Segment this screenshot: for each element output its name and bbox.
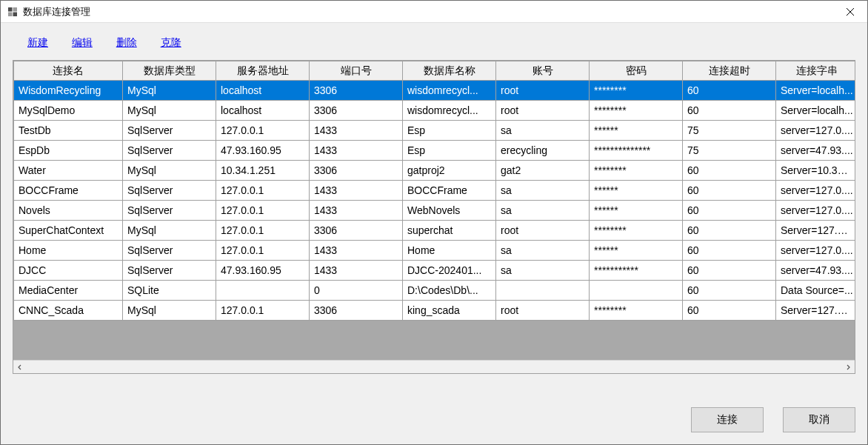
table-row[interactable]: MediaCenterSQLite0D:\Codes\Db\...60Data …	[14, 281, 855, 301]
cell-password[interactable]: ********	[590, 161, 683, 181]
cell-name[interactable]: Novels	[14, 201, 123, 221]
cell-password[interactable]: ******	[590, 201, 683, 221]
col-dbtype[interactable]: 数据库类型	[123, 61, 216, 81]
col-timeout[interactable]: 连接超时	[683, 61, 776, 81]
cell-port[interactable]: 0	[310, 281, 403, 301]
cell-password[interactable]: ********	[590, 221, 683, 241]
table-row[interactable]: MySqlDemoMySqllocalhost3306wisdomrecycl.…	[14, 101, 855, 121]
cell-name[interactable]: TestDb	[14, 121, 123, 141]
cell-connstr[interactable]: Data Source=...	[776, 281, 855, 301]
cell-connstr[interactable]: server=127.0....	[776, 121, 855, 141]
table-row[interactable]: WisdomRecyclingMySqllocalhost3306wisdomr…	[14, 81, 855, 101]
table-row[interactable]: NovelsSqlServer127.0.0.11433WebNovelssa*…	[14, 201, 855, 221]
cell-connstr[interactable]: Server=127.0....	[776, 221, 855, 241]
cell-connstr[interactable]: Server=localh...	[776, 81, 855, 101]
horizontal-scrollbar[interactable]	[13, 360, 855, 373]
cell-dbtype[interactable]: MySql	[123, 81, 216, 101]
cell-timeout[interactable]: 60	[683, 181, 776, 201]
cell-port[interactable]: 3306	[310, 301, 403, 321]
close-button[interactable]	[833, 1, 867, 23]
cell-timeout[interactable]: 60	[683, 301, 776, 321]
cell-port[interactable]: 1433	[310, 241, 403, 261]
cell-connstr[interactable]: Server=10.34....	[776, 161, 855, 181]
cell-dbname[interactable]: WebNovels	[403, 201, 496, 221]
cell-server[interactable]: 47.93.160.95	[216, 261, 310, 281]
cell-dbname[interactable]: D:\Codes\Db\...	[403, 281, 496, 301]
cell-dbtype[interactable]: MySql	[123, 161, 216, 181]
clone-link[interactable]: 克隆	[161, 36, 181, 48]
cell-server[interactable]: 127.0.0.1	[216, 221, 310, 241]
col-server[interactable]: 服务器地址	[216, 61, 310, 81]
scroll-left-icon[interactable]	[13, 361, 27, 374]
cell-port[interactable]: 1433	[310, 121, 403, 141]
cell-timeout[interactable]: 60	[683, 201, 776, 221]
cell-port[interactable]: 1433	[310, 181, 403, 201]
cell-password[interactable]: ******	[590, 181, 683, 201]
cell-server[interactable]: 127.0.0.1	[216, 181, 310, 201]
cell-dbname[interactable]: king_scada	[403, 301, 496, 321]
cell-port[interactable]: 3306	[310, 101, 403, 121]
cell-dbtype[interactable]: SQLite	[123, 281, 216, 301]
col-dbname[interactable]: 数据库名称	[403, 61, 496, 81]
cell-dbname[interactable]: wisdomrecycl...	[403, 81, 496, 101]
table-row[interactable]: EspDbSqlServer47.93.160.951433Esperecycl…	[14, 141, 855, 161]
cell-connstr[interactable]: server=47.93....	[776, 261, 855, 281]
cell-name[interactable]: MySqlDemo	[14, 101, 123, 121]
connect-button[interactable]: 连接	[691, 407, 764, 432]
cell-dbtype[interactable]: SqlServer	[123, 241, 216, 261]
cell-connstr[interactable]: Server=localh...	[776, 101, 855, 121]
cell-password[interactable]	[590, 281, 683, 301]
cell-password[interactable]: ******	[590, 121, 683, 141]
cell-dbname[interactable]: superchat	[403, 221, 496, 241]
col-connstr[interactable]: 连接字串	[776, 61, 855, 81]
cell-user[interactable]	[496, 281, 590, 301]
table-row[interactable]: DJCCSqlServer47.93.160.951433DJCC-202401…	[14, 261, 855, 281]
cell-name[interactable]: DJCC	[14, 261, 123, 281]
cell-timeout[interactable]: 60	[683, 221, 776, 241]
cell-password[interactable]: ******	[590, 241, 683, 261]
cell-port[interactable]: 3306	[310, 161, 403, 181]
cell-port[interactable]: 1433	[310, 201, 403, 221]
col-user[interactable]: 账号	[496, 61, 590, 81]
cell-name[interactable]: BOCCFrame	[14, 181, 123, 201]
cell-dbtype[interactable]: SqlServer	[123, 201, 216, 221]
cell-server[interactable]: 127.0.0.1	[216, 301, 310, 321]
cell-dbname[interactable]: Home	[403, 241, 496, 261]
cell-dbtype[interactable]: MySql	[123, 301, 216, 321]
cell-connstr[interactable]: Server=127.0....	[776, 301, 855, 321]
cell-user[interactable]: sa	[496, 261, 590, 281]
cell-dbname[interactable]: DJCC-202401...	[403, 261, 496, 281]
new-link[interactable]: 新建	[27, 36, 48, 48]
cell-user[interactable]: sa	[496, 241, 590, 261]
data-grid[interactable]: 连接名 数据库类型 服务器地址 端口号 数据库名称 账号 密码 连接超时 连接字…	[13, 61, 855, 321]
table-row[interactable]: SuperChatContextMySql127.0.0.13306superc…	[14, 221, 855, 241]
table-row[interactable]: WaterMySql10.34.1.2513306gatproj2gat2***…	[14, 161, 855, 181]
cell-name[interactable]: Home	[14, 241, 123, 261]
cell-user[interactable]: root	[496, 81, 590, 101]
cell-password[interactable]: ***********	[590, 261, 683, 281]
cell-timeout[interactable]: 75	[683, 121, 776, 141]
cell-dbname[interactable]: BOCCFrame	[403, 181, 496, 201]
cell-timeout[interactable]: 60	[683, 281, 776, 301]
cell-connstr[interactable]: server=127.0....	[776, 241, 855, 261]
cell-dbtype[interactable]: SqlServer	[123, 261, 216, 281]
cell-name[interactable]: MediaCenter	[14, 281, 123, 301]
cell-server[interactable]: 127.0.0.1	[216, 241, 310, 261]
table-row[interactable]: CNNC_ScadaMySql127.0.0.13306king_scadaro…	[14, 301, 855, 321]
cell-timeout[interactable]: 60	[683, 81, 776, 101]
cell-dbname[interactable]: gatproj2	[403, 161, 496, 181]
cell-name[interactable]: Water	[14, 161, 123, 181]
cell-timeout[interactable]: 60	[683, 161, 776, 181]
cell-dbtype[interactable]: SqlServer	[123, 121, 216, 141]
cell-timeout[interactable]: 60	[683, 101, 776, 121]
cell-user[interactable]: root	[496, 301, 590, 321]
cell-user[interactable]: erecycling	[496, 141, 590, 161]
table-row[interactable]: BOCCFrameSqlServer127.0.0.11433BOCCFrame…	[14, 181, 855, 201]
delete-link[interactable]: 删除	[116, 36, 137, 48]
cell-user[interactable]: sa	[496, 201, 590, 221]
cell-timeout[interactable]: 60	[683, 241, 776, 261]
cell-server[interactable]: 47.93.160.95	[216, 141, 310, 161]
cell-user[interactable]: sa	[496, 121, 590, 141]
table-row[interactable]: TestDbSqlServer127.0.0.11433Espsa******7…	[14, 121, 855, 141]
cell-timeout[interactable]: 60	[683, 261, 776, 281]
